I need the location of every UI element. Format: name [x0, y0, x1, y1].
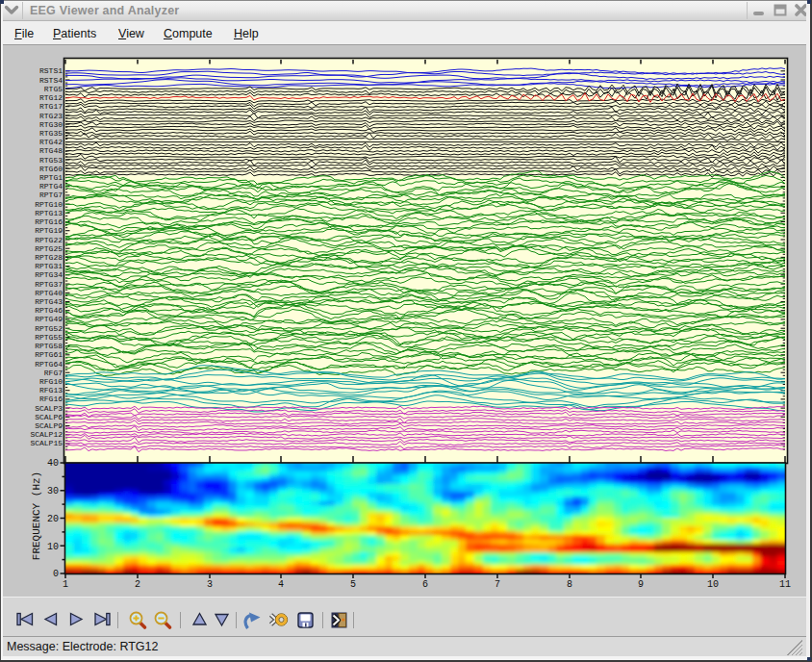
- svg-text:SCALP15: SCALP15: [30, 439, 63, 447]
- svg-text:RSTS1: RSTS1: [39, 66, 63, 75]
- svg-text:RPTG31: RPTG31: [35, 262, 63, 270]
- svg-text:7: 7: [495, 579, 500, 590]
- svg-text:RPTG64: RPTG64: [35, 360, 63, 369]
- svg-text:RFG10: RFG10: [39, 377, 63, 386]
- svg-text:20: 20: [47, 514, 59, 524]
- svg-text:40: 40: [47, 458, 59, 469]
- svg-text:RPTG52: RPTG52: [35, 324, 63, 333]
- svg-text:RPTG55: RPTG55: [35, 333, 63, 342]
- svg-text:RPTG7: RPTG7: [39, 191, 63, 199]
- svg-text:RTG48: RTG48: [39, 146, 63, 155]
- svg-text:30: 30: [47, 486, 59, 496]
- svg-text:RPTG25: RPTG25: [35, 244, 63, 253]
- svg-text:11: 11: [779, 579, 791, 590]
- svg-text:RPTG58: RPTG58: [35, 342, 63, 350]
- svg-text:RPTG49: RPTG49: [35, 315, 63, 323]
- svg-text:9: 9: [638, 579, 644, 590]
- svg-text:8: 8: [567, 579, 572, 590]
- svg-text:RPTG43: RPTG43: [35, 297, 63, 306]
- svg-text:RPTG46: RPTG46: [35, 306, 63, 315]
- svg-text:RPTG19: RPTG19: [35, 226, 63, 235]
- svg-text:RPTG16: RPTG16: [35, 217, 63, 226]
- svg-text:RFG16: RFG16: [39, 395, 63, 403]
- svg-text:RTG23: RTG23: [39, 112, 63, 120]
- svg-text:RTG35: RTG35: [39, 129, 63, 138]
- svg-text:2: 2: [135, 579, 140, 590]
- svg-text:RPTG28: RPTG28: [35, 253, 63, 262]
- svg-text:10: 10: [707, 579, 719, 590]
- svg-text:SCALP3: SCALP3: [35, 404, 63, 413]
- svg-text:RPTG1: RPTG1: [39, 173, 63, 182]
- svg-text:RPTG34: RPTG34: [35, 270, 63, 279]
- svg-text:RPTG13: RPTG13: [35, 209, 63, 217]
- svg-text:RTG12: RTG12: [39, 93, 63, 102]
- svg-text:1: 1: [63, 579, 68, 590]
- svg-text:RPTG61: RPTG61: [35, 350, 63, 359]
- svg-text:RPTG37: RPTG37: [35, 280, 63, 289]
- svg-text:RTG60: RTG60: [39, 165, 63, 173]
- svg-text:RPTG40: RPTG40: [35, 289, 63, 297]
- svg-text:0: 0: [53, 569, 59, 579]
- svg-text:10: 10: [47, 542, 59, 552]
- svg-text:5: 5: [350, 579, 356, 590]
- svg-text:3: 3: [207, 579, 213, 590]
- svg-text:RPTG10: RPTG10: [35, 200, 63, 209]
- svg-text:4: 4: [278, 579, 284, 590]
- svg-text:SCALP12: SCALP12: [30, 430, 63, 439]
- svg-text:6: 6: [422, 579, 428, 590]
- svg-text:SCALP9: SCALP9: [35, 421, 63, 430]
- svg-text:RTG5: RTG5: [44, 85, 63, 93]
- svg-text:RTG17: RTG17: [39, 102, 63, 111]
- svg-text:RPTG4: RPTG4: [39, 182, 63, 191]
- svg-text:RPTG22: RPTG22: [35, 236, 63, 244]
- svg-text:RTG42: RTG42: [39, 138, 63, 146]
- svg-text:RFG7: RFG7: [44, 369, 63, 377]
- svg-text:RSTS4: RSTS4: [39, 76, 63, 85]
- svg-text:RTG53: RTG53: [39, 156, 63, 165]
- svg-text:RFG13: RFG13: [39, 386, 63, 395]
- svg-text:RTG30: RTG30: [39, 120, 63, 129]
- svg-text:SCALP6: SCALP6: [35, 413, 63, 421]
